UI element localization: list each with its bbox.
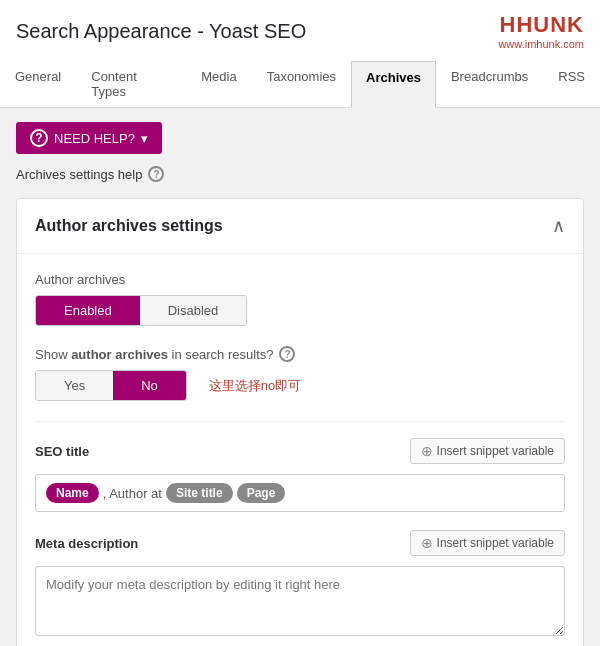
seo-title-insert-snippet-button[interactable]: ⊕ Insert snippet variable: [410, 438, 565, 464]
no-button[interactable]: No: [113, 371, 186, 400]
collapse-icon[interactable]: ∧: [552, 215, 565, 237]
seo-title-section: SEO title ⊕ Insert snippet variable Name…: [35, 438, 565, 512]
settings-card-title: Author archives settings: [35, 217, 223, 235]
archives-help-label: Archives settings help: [16, 167, 142, 182]
archives-help-row: Archives settings help ?: [16, 166, 584, 182]
divider: [35, 421, 565, 422]
need-help-label: NEED HELP?: [54, 131, 135, 146]
need-help-button[interactable]: ? NEED HELP? ▾: [16, 122, 162, 154]
meta-desc-insert-label: Insert snippet variable: [437, 536, 554, 550]
tab-general[interactable]: General: [0, 60, 76, 107]
logo-url: www.imhunk.com: [498, 38, 584, 50]
seo-title-header-row: SEO title ⊕ Insert snippet variable: [35, 438, 565, 464]
tab-rss[interactable]: RSS: [543, 60, 600, 107]
settings-card-header: Author archives settings ∧: [17, 199, 583, 254]
show-label: Show author archives in search results?: [35, 347, 273, 362]
enabled-button[interactable]: Enabled: [36, 296, 140, 325]
tab-taxonomies[interactable]: Taxonomies: [252, 60, 351, 107]
tag-page: Page: [237, 483, 286, 503]
logo-rest: HUNK: [516, 12, 584, 37]
settings-card-body: Author archives Enabled Disabled Show au…: [17, 254, 583, 646]
tab-breadcrumbs[interactable]: Breadcrumbs: [436, 60, 543, 107]
search-results-field: Show author archives in search results? …: [35, 346, 565, 401]
author-archives-field: Author archives Enabled Disabled: [35, 272, 565, 326]
seo-title-insert-label: Insert snippet variable: [437, 444, 554, 458]
tag-site-title: Site title: [166, 483, 233, 503]
nav-tabs: General Content Types Media Taxonomies A…: [0, 60, 600, 107]
tag-separator: , Author at: [103, 486, 162, 501]
tab-archives[interactable]: Archives: [351, 61, 436, 108]
seo-title-label: SEO title: [35, 444, 89, 459]
plus-icon: ⊕: [421, 443, 433, 459]
question-icon: ?: [30, 129, 48, 147]
chevron-down-icon: ▾: [141, 131, 148, 146]
tab-content-types[interactable]: Content Types: [76, 60, 186, 107]
help-circle-icon[interactable]: ?: [148, 166, 164, 182]
author-archives-toggle: Enabled Disabled: [35, 295, 247, 326]
seo-title-input-area[interactable]: Name , Author at Site title Page: [35, 474, 565, 512]
page-header: Search Appearance - Yoast SEO HHUNK www.…: [0, 0, 600, 108]
search-results-help-icon[interactable]: ?: [279, 346, 295, 362]
meta-description-section: Meta description ⊕ Insert snippet variab…: [35, 530, 565, 639]
search-results-toggle: Yes No: [35, 370, 187, 401]
logo-highlight: H: [500, 12, 517, 37]
logo-area: HHUNK www.imhunk.com: [498, 12, 584, 50]
meta-desc-insert-snippet-button[interactable]: ⊕ Insert snippet variable: [410, 530, 565, 556]
settings-card: Author archives settings ∧ Author archiv…: [16, 198, 584, 646]
page-body: ? NEED HELP? ▾ Archives settings help ? …: [0, 108, 600, 646]
logo-text: HHUNK: [500, 12, 584, 38]
meta-desc-header-row: Meta description ⊕ Insert snippet variab…: [35, 530, 565, 556]
author-archives-label: Author archives: [35, 272, 565, 287]
plus-icon-meta: ⊕: [421, 535, 433, 551]
page-title: Search Appearance - Yoast SEO: [16, 20, 306, 43]
author-archives-bold: author archives: [71, 347, 168, 362]
meta-description-textarea[interactable]: [35, 566, 565, 636]
meta-desc-label: Meta description: [35, 536, 138, 551]
yes-button[interactable]: Yes: [36, 371, 113, 400]
tab-media[interactable]: Media: [186, 60, 251, 107]
tag-name: Name: [46, 483, 99, 503]
search-results-label-row: Show author archives in search results? …: [35, 346, 565, 362]
disabled-button[interactable]: Disabled: [140, 296, 247, 325]
chinese-note: 这里选择no即可: [209, 377, 301, 395]
